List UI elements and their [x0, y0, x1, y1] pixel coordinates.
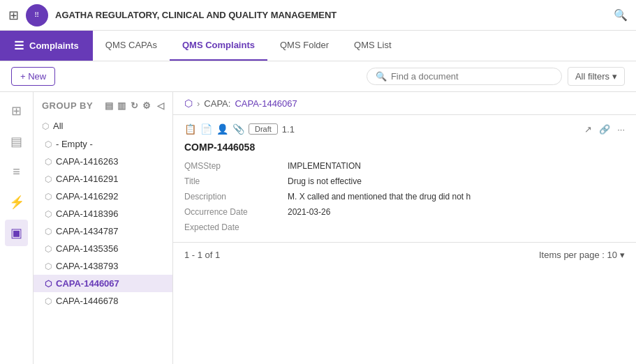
refresh-icon[interactable]: ↻: [131, 100, 139, 111]
document-card: 📋 📄 👤 📎 Draft 1.1 ↗ 🔗 ··· COMP-1446058 Q…: [173, 115, 636, 243]
calendar-icon[interactable]: ▤: [5, 128, 28, 155]
qms-step-label: QMSStep: [184, 160, 282, 172]
tag-icon: ⬡: [45, 261, 52, 271]
tag-icon-all: ⬡: [42, 121, 49, 131]
search-bar[interactable]: 🔍: [367, 68, 562, 85]
grid-icon[interactable]: ⊞: [8, 8, 19, 23]
occurrence-date-value: 2021-03-26: [288, 206, 625, 218]
main-content: ⊞ ▤ ≡ ⚡ ▣ GROUP BY ▤ ▥ ↻ ⚙ ◁ ⬡ All ⬡ - E…: [0, 92, 636, 364]
tag-icon: ⬡: [45, 244, 52, 254]
occurrence-date-label: Occurrence Date: [184, 206, 282, 218]
document-fields: QMSStep IMPLEMENTATION Title Drug is not…: [184, 160, 625, 234]
logo-dots: ⠿: [34, 11, 40, 19]
tab-qms-capas[interactable]: QMS CAPAs: [93, 31, 170, 61]
breadcrumb: ⬡ › CAPA: CAPA-1446067: [173, 92, 636, 115]
breadcrumb-tag-icon: ⬡: [184, 98, 193, 109]
status-badge: Draft: [249, 123, 278, 135]
complaints-icon: ☰: [14, 39, 24, 52]
tab-complaints[interactable]: ☰ Complaints: [0, 31, 93, 61]
link-icon[interactable]: 🔗: [599, 124, 610, 135]
app-title: AGATHA REGULATORY, CLINICAL AND QUALITY …: [55, 10, 614, 20]
all-filters-button[interactable]: All filters ▾: [568, 67, 625, 86]
tag-icon: ⬡: [45, 209, 52, 219]
tag-icon: ⬡: [45, 139, 52, 149]
topbar-search-icon[interactable]: 🔍: [614, 8, 628, 22]
tab-complaints-label: Complaints: [29, 40, 79, 51]
right-panel: ⬡ › CAPA: CAPA-1446067 📋 📄 👤 📎 Draft 1.1…: [173, 92, 636, 364]
sidebar-item-capa-1418396[interactable]: ⬡ CAPA-1418396: [34, 205, 172, 222]
pagination-count: 1 - 1 of 1: [184, 250, 220, 260]
sidebar-item-capa-1446067[interactable]: ⬡ CAPA-1446067: [34, 275, 172, 292]
expected-date-label: Expected Date: [184, 221, 282, 234]
pagination: 1 - 1 of 1 Items per page : 10 ▾: [173, 243, 636, 267]
tag-icon: ⬡: [45, 192, 52, 202]
pagination-pages: Items per page : 10 ▾: [539, 250, 625, 260]
doc-version: 1.1: [282, 124, 295, 135]
tab-qms-list[interactable]: QMS List: [341, 31, 404, 61]
breadcrumb-arrow: ›: [197, 98, 200, 109]
doc-pdf-icon: 📄: [200, 123, 212, 135]
more-options-icon[interactable]: ···: [617, 124, 625, 135]
dashboard-icon[interactable]: ⊞: [6, 98, 27, 124]
description-label: Description: [184, 190, 282, 203]
settings-icon[interactable]: ⚙: [142, 100, 151, 111]
app-logo: ⠿: [26, 4, 48, 26]
sidebar-item-capa-1435356[interactable]: ⬡ CAPA-1435356: [34, 240, 172, 257]
tag-icon: ⬡: [45, 157, 52, 167]
sidebar-item-capa-1434787[interactable]: ⬡ CAPA-1434787: [34, 222, 172, 240]
chevron-down-icon: ▾: [612, 71, 617, 82]
items-per-page-label: Items per page : 10: [539, 250, 617, 260]
tag-icon-active: ⬡: [45, 279, 52, 289]
doc-card-toolbar: 📋 📄 👤 📎 Draft 1.1 ↗ 🔗 ···: [184, 123, 625, 135]
list-icon[interactable]: ≡: [7, 159, 26, 185]
title-value: Drug is not effective: [288, 175, 625, 188]
sidebar-item-capa-1438793[interactable]: ⬡ CAPA-1438793: [34, 257, 172, 275]
group-by-header: GROUP BY ▤ ▥ ↻ ⚙ ◁: [34, 98, 172, 116]
doc-calendar-icon: 📋: [184, 123, 196, 135]
sidebar-group-icons: ▤ ▥ ↻ ⚙ ◁: [105, 100, 165, 111]
sidebar-item-capa-1446678[interactable]: ⬡ CAPA-1446678: [34, 292, 172, 310]
doc-user-icon: 👤: [216, 123, 228, 135]
breadcrumb-capa-link[interactable]: CAPA-1446067: [235, 98, 297, 109]
nav-tabs: ☰ Complaints QMS CAPAs QMS Complaints QM…: [0, 31, 636, 61]
tag-icon: ⬡: [45, 296, 52, 306]
document-id: COMP-1446058: [184, 142, 625, 153]
expected-date-value: [288, 221, 625, 234]
sidebar-item-capa-1416263[interactable]: ⬡ CAPA-1416263: [34, 153, 172, 170]
search-input[interactable]: [391, 71, 553, 82]
toolbar: + New 🔍 All filters ▾: [0, 61, 636, 92]
external-link-icon[interactable]: ↗: [584, 124, 592, 135]
breadcrumb-capa-prefix: CAPA:: [204, 98, 230, 109]
title-label: Title: [184, 175, 282, 188]
items-per-page-chevron[interactable]: ▾: [620, 250, 625, 260]
columns-icon[interactable]: ▥: [117, 100, 126, 111]
tab-qms-complaints[interactable]: QMS Complaints: [170, 31, 267, 61]
topbar: ⊞ ⠿ AGATHA REGULATORY, CLINICAL AND QUAL…: [0, 0, 636, 31]
description-value: M. X called and mentioned that the drug …: [288, 190, 625, 203]
doc-actions: ↗ 🔗 ···: [584, 124, 625, 135]
tag-icon: ⬡: [45, 174, 52, 184]
sidebar-item-capa-1416292[interactable]: ⬡ CAPA-1416292: [34, 188, 172, 205]
clipboard-icon[interactable]: ▣: [5, 220, 28, 246]
left-nav: ⊞ ▤ ≡ ⚡ ▣: [0, 92, 34, 364]
tag-icon: ⬡: [45, 227, 52, 236]
table-icon[interactable]: ▤: [105, 100, 114, 111]
sidebar-item-capa-1416291[interactable]: ⬡ CAPA-1416291: [34, 170, 172, 188]
doc-attach-icon: 📎: [232, 123, 244, 135]
sidebar-item-empty[interactable]: ⬡ - Empty -: [34, 135, 172, 153]
search-icon: 🔍: [376, 71, 387, 82]
tab-qms-folder[interactable]: QMS Folder: [267, 31, 341, 61]
sidebar: GROUP BY ▤ ▥ ↻ ⚙ ◁ ⬡ All ⬡ - Empty - ⬡ C…: [34, 92, 173, 364]
qms-step-value: IMPLEMENTATION: [288, 160, 625, 172]
filter-icon[interactable]: ⚡: [3, 189, 30, 215]
new-button[interactable]: + New: [11, 67, 55, 86]
collapse-icon[interactable]: ◁: [157, 100, 165, 111]
sidebar-item-all[interactable]: ⬡ All: [34, 116, 172, 135]
